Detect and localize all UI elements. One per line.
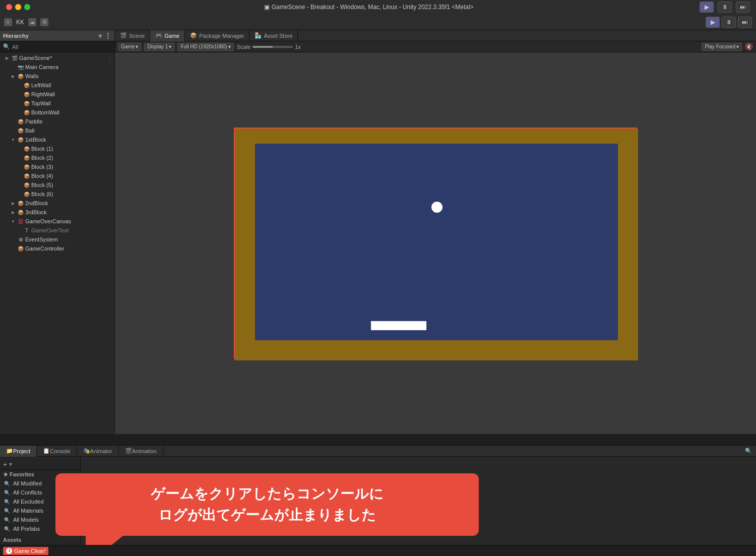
minimize-button[interactable]: [15, 4, 21, 10]
statusbar: ℹ Game Clear!: [0, 545, 756, 556]
game-dropdown-label: Game: [121, 44, 135, 49]
tab-animator[interactable]: 🎭 Animator: [77, 446, 119, 457]
hierarchy-search-bar: 🔍 All: [0, 41, 114, 52]
annotation-bubble: ゲームをクリアしたらコンソールに ログが出てゲームが止まりました: [55, 473, 479, 536]
block1-icon: 📦: [23, 145, 30, 152]
cloud-icon[interactable]: ☁: [28, 18, 36, 26]
tree-item-block5[interactable]: 📦 Block (5): [0, 180, 114, 190]
bottomwall-label: BottomWall: [31, 109, 59, 115]
tree-item-walls[interactable]: ▶ 📦 Walls: [0, 72, 114, 81]
walls-label: Walls: [25, 73, 38, 79]
pause-toggle-button[interactable]: ⏸: [722, 17, 736, 28]
main-area: Hierarchy + ⋮ 🔍 All ▶ 🎬 GameScene* ⋮ 📷 M…: [0, 30, 756, 434]
gamescene-more[interactable]: ⋮: [107, 55, 112, 61]
block6-arrow: [16, 191, 22, 197]
eventsystem-icon: ⚙: [17, 236, 24, 243]
paddle-arrow: [10, 118, 16, 125]
all-conflicts-label: All Conflicts: [13, 489, 42, 496]
scene-icon: 🎬: [11, 54, 18, 61]
scene-tab-icon: 🎬: [120, 32, 127, 39]
tree-item-gamecontroller[interactable]: 📦 GameController: [0, 244, 114, 253]
hierarchy-add-icon[interactable]: +: [98, 32, 102, 40]
gameovercanvas-icon: 🖼: [17, 218, 24, 225]
play-toggle-button[interactable]: ▶: [706, 17, 720, 28]
scene-area: 🎬 Scene 🎮 Game 📦 Package Manager 🏪 Asset…: [115, 30, 756, 434]
tab-animation[interactable]: 🎬 Animation: [119, 446, 163, 457]
block5-arrow: [16, 182, 22, 188]
ball-arrow: [10, 128, 16, 134]
maximize-button[interactable]: [24, 4, 30, 10]
play-focused-container: Play Focused ▾ 🔇: [702, 43, 753, 51]
3rdblock-icon: 📦: [17, 209, 24, 216]
tab-asset-store[interactable]: 🏪 Asset Store: [249, 30, 298, 41]
tab-project[interactable]: 📁 Project: [0, 446, 37, 457]
tree-item-ball[interactable]: 📦 Ball: [0, 126, 114, 135]
layers-icon[interactable]: ≡: [4, 18, 12, 26]
tree-item-paddle[interactable]: 📦 Paddle: [0, 117, 114, 126]
tree-item-leftwall[interactable]: 📦 LeftWall: [0, 81, 114, 90]
search-icon: 🔍: [4, 508, 11, 514]
2ndblock-label: 2ndBlock: [25, 200, 48, 206]
main-toolbar: ≡ KK ☁ ⚙ ▶ ⏸ ⏭: [0, 14, 756, 30]
tree-item-block2[interactable]: 📦 Block (2): [0, 153, 114, 162]
tab-scene[interactable]: 🎬 Scene: [115, 30, 150, 41]
scale-slider-track[interactable]: [253, 46, 293, 48]
block3-arrow: [16, 164, 22, 170]
tree-item-bottomwall[interactable]: 📦 BottomWall: [0, 108, 114, 117]
tree-item-rightwall[interactable]: 📦 RightWall: [0, 90, 114, 99]
tree-item-2ndblock[interactable]: ▶ 📦 2ndBlock: [0, 199, 114, 208]
eventsystem-label: EventSystem: [25, 236, 58, 242]
game-dropdown[interactable]: Game ▾: [118, 43, 141, 51]
topwall-label: TopWall: [31, 100, 51, 106]
console-tab-label: Console: [50, 448, 70, 454]
tab-game[interactable]: 🎮 Game: [150, 30, 185, 41]
tree-item-eventsystem[interactable]: ⚙ EventSystem: [0, 235, 114, 244]
resolution-dropdown[interactable]: Full HD (1920x1080) ▾: [177, 43, 233, 51]
ball-label: Ball: [25, 128, 34, 134]
all-prefabs-label: All Prefabs: [13, 526, 40, 532]
topwall-icon: 📦: [23, 100, 30, 107]
tree-item-topwall[interactable]: 📦 TopWall: [0, 99, 114, 108]
package-tab-icon: 📦: [190, 32, 197, 39]
hierarchy-tree: ▶ 🎬 GameScene* ⋮ 📷 Main Camera ▶ 📦 Walls…: [0, 52, 114, 434]
tree-item-gameovercanvas[interactable]: ▼ 🖼 GameOverCanvas: [0, 217, 114, 226]
tree-item-1stblock[interactable]: ▼ 📦 1stBlock: [0, 135, 114, 144]
close-button[interactable]: [6, 4, 12, 10]
display-dropdown[interactable]: Display 1 ▾: [144, 43, 174, 51]
pause-button[interactable]: ⏸: [718, 2, 732, 13]
tree-item-gameovertext[interactable]: T GameOverText: [0, 226, 114, 235]
mute-icon[interactable]: 🔇: [745, 43, 753, 50]
step-button[interactable]: ⏭: [736, 2, 750, 13]
play-button[interactable]: ▶: [700, 2, 714, 13]
animator-tab-icon: 🎭: [83, 448, 90, 454]
tree-item-3rdblock[interactable]: ▶ 📦 3rdBlock: [0, 208, 114, 217]
maincamera-label: Main Camera: [25, 64, 58, 70]
tree-item-block4[interactable]: 📦 Block (4): [0, 171, 114, 180]
hierarchy-more-icon[interactable]: ⋮: [104, 32, 111, 40]
tree-item-gamescene[interactable]: ▶ 🎬 GameScene* ⋮: [0, 53, 114, 63]
package-tab-label: Package Manager: [199, 33, 244, 39]
annotation-line1: ゲームをクリアしたらコンソールに: [72, 483, 463, 505]
tree-item-block6[interactable]: 📦 Block (6): [0, 190, 114, 199]
topwall-arrow: [16, 100, 22, 106]
file-sidebar-more[interactable]: ▾: [9, 461, 12, 468]
game-tab-icon: 🎮: [155, 32, 162, 39]
tree-item-block1[interactable]: 📦 Block (1): [0, 144, 114, 153]
game-toolbar: Game ▾ Display 1 ▾ Full HD (1920x1080) ▾…: [115, 41, 756, 52]
leftwall-arrow: [16, 82, 22, 88]
play-focused-dropdown[interactable]: Play Focused ▾: [702, 43, 742, 51]
settings-icon[interactable]: ⚙: [40, 18, 48, 26]
search-icon: 🔍: [745, 448, 752, 454]
hierarchy-title: Hierarchy: [3, 33, 29, 39]
block6-label: Block (6): [31, 191, 53, 197]
block6-icon: 📦: [23, 191, 30, 198]
step-toggle-button[interactable]: ⏭: [738, 17, 752, 28]
paddle: [371, 321, 426, 330]
scale-value: 1x: [295, 44, 301, 50]
titlebar-controls: ▶ ⏸ ⏭: [700, 2, 750, 13]
tree-item-block3[interactable]: 📦 Block (3): [0, 162, 114, 171]
add-asset-button[interactable]: +: [3, 460, 7, 468]
tab-console[interactable]: 📋 Console: [37, 446, 77, 457]
tab-package-manager[interactable]: 📦 Package Manager: [185, 30, 249, 41]
tree-item-maincamera[interactable]: 📷 Main Camera: [0, 63, 114, 72]
